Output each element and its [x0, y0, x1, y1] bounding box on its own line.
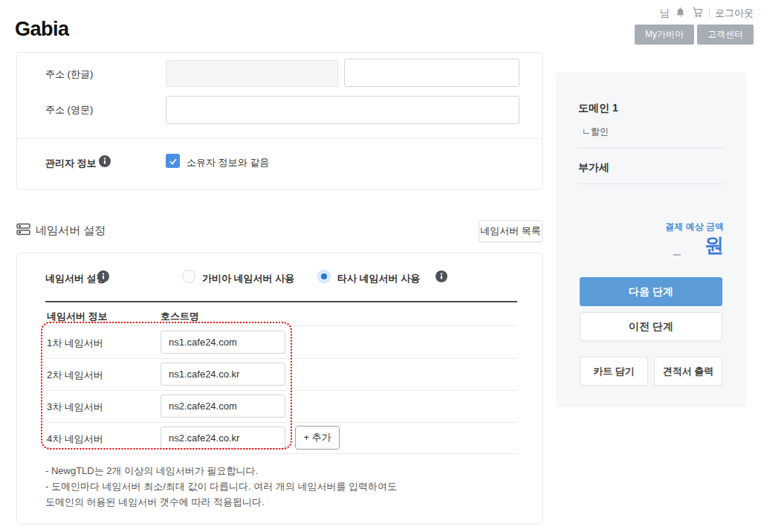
nameserver-section-header: 네임서버 설정 — [16, 223, 106, 238]
summary-divider — [578, 148, 725, 149]
check-icon — [169, 157, 178, 166]
user-name-suffix: 님 — [660, 7, 670, 20]
order-summary-sidebar: 도메인 1 ㄴ할인 부가세 결제 예상 금액 원 다음 단계 이전 단계 카트 … — [556, 72, 746, 407]
bell-icon[interactable] — [675, 7, 686, 20]
note-line: - NewgTLD는 2개 이상의 네임서버가 필요합니다. — [45, 463, 397, 479]
table-top-rule — [45, 301, 517, 302]
vat-label: 부가세 — [578, 161, 609, 175]
address-kr-label: 주소 (한글) — [45, 68, 93, 81]
add-to-cart-button[interactable]: 카트 담기 — [580, 357, 648, 386]
previous-step-button[interactable]: 이전 단계 — [580, 312, 722, 341]
ns3-label: 3차 네임서버 — [47, 400, 103, 414]
ns2-label: 2차 네임서버 — [47, 369, 103, 382]
ns2-host-input[interactable] — [161, 363, 285, 386]
same-as-owner-checkbox[interactable] — [166, 154, 180, 168]
ns1-host-input[interactable] — [161, 331, 285, 354]
owner-info-panel: 주소 (한글) 주소 (영문) 관리자 정보 소유자 정보와 같음 — [16, 52, 543, 189]
row-divider — [45, 453, 517, 454]
nameserver-panel: 네임서버 설정 가비아 네임서버 사용 타사 네임서버 사용 네임서버 정보 호… — [16, 253, 543, 525]
my-gabia-button[interactable]: My가비아 — [635, 25, 694, 45]
ns3-host-input[interactable] — [161, 395, 285, 418]
cart-icon[interactable] — [691, 6, 704, 20]
radio-gabia-nameserver-label: 가비아 네임서버 사용 — [202, 272, 294, 285]
hidden-amount-dash — [673, 254, 681, 256]
owner-panel-divider — [17, 138, 543, 139]
admin-info-label: 관리자 정보 — [45, 157, 97, 170]
nameserver-list-button[interactable]: 네임서버 목록 — [479, 220, 543, 242]
radio-gabia-nameserver[interactable] — [182, 270, 195, 283]
add-nameserver-button[interactable]: + 추가 — [295, 426, 340, 450]
estimate-label: 결제 예상 금액 — [665, 221, 724, 233]
third-party-info-icon[interactable] — [435, 270, 447, 285]
ns4-host-input[interactable] — [161, 426, 285, 450]
total-currency: 원 — [705, 233, 724, 259]
radio-third-party-nameserver-label: 타사 네임서버 사용 — [337, 272, 420, 285]
gabia-logo[interactable]: Gabia — [15, 18, 69, 41]
domain-count-label: 도메인 1 — [578, 102, 618, 115]
note-line: - 도메인마다 네임서버 최소/최대 값이 다릅니다. 여러 개의 네임서버를 … — [45, 479, 397, 494]
next-step-button[interactable]: 다음 단계 — [580, 277, 722, 306]
summary-divider — [578, 184, 725, 184]
address-en-label: 주소 (영문) — [45, 103, 93, 117]
same-as-owner-label: 소유자 정보와 같음 — [187, 156, 269, 169]
header-utility-row: 님 로그아웃 — [660, 6, 754, 20]
header-buttons: My가비아 고객센터 — [635, 25, 754, 45]
radio-third-party-nameserver[interactable] — [317, 270, 331, 283]
note-line: 도메인의 허용된 네임서버 갯수에 따라 적용됩니다. — [45, 494, 397, 510]
table-header-rule — [45, 325, 517, 326]
row-divider — [45, 390, 517, 391]
row-divider — [45, 358, 517, 359]
ns1-label: 1차 네임서버 — [47, 337, 103, 350]
address-kr-detail-field[interactable] — [344, 59, 519, 87]
table-header-hostname: 호스트명 — [161, 310, 199, 323]
address-kr-readonly-field — [166, 60, 338, 87]
customer-center-button[interactable]: 고객센터 — [697, 25, 754, 45]
nameserver-notes: - NewgTLD는 2개 이상의 네임서버가 필요합니다. - 도메인마다 네… — [45, 463, 397, 510]
server-icon — [16, 223, 30, 238]
nameserver-section-title: 네임서버 설정 — [36, 224, 106, 238]
admin-info-icon[interactable] — [99, 155, 111, 170]
print-quote-button[interactable]: 견적서 출력 — [654, 357, 722, 386]
row-divider — [45, 422, 517, 423]
nameserver-setting-info-icon[interactable] — [97, 270, 109, 285]
address-en-field[interactable] — [166, 96, 519, 124]
discount-label: ㄴ할인 — [582, 126, 609, 138]
table-header-nameserver: 네임서버 정보 — [47, 310, 108, 323]
header-separator — [709, 9, 710, 18]
logout-link[interactable]: 로그아웃 — [715, 7, 754, 20]
ns4-label: 4차 네임서버 — [47, 432, 103, 446]
